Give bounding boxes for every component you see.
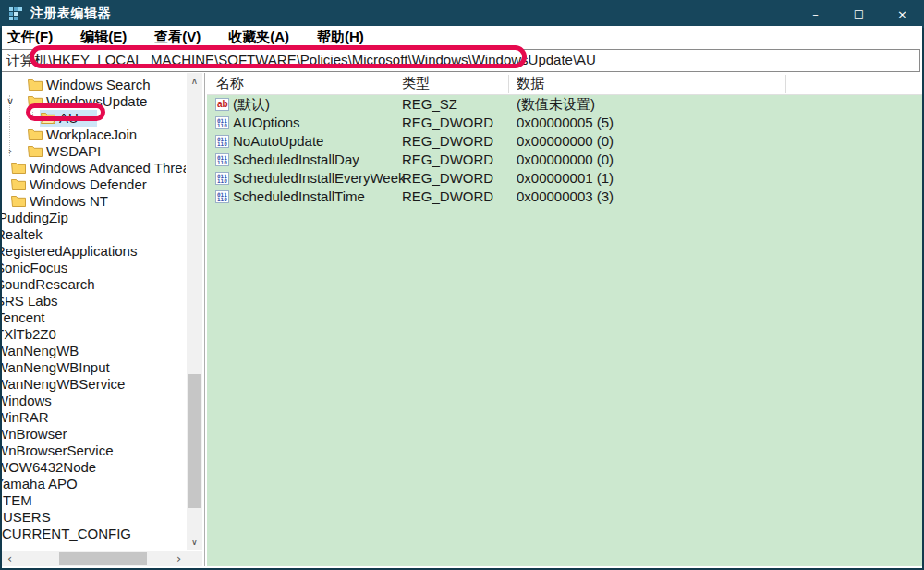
menu-edit[interactable]: 编辑(E) [80, 29, 127, 46]
tree-item-label: PuddingZip [2, 210, 68, 226]
folder-icon [28, 128, 43, 140]
tree-chevron-icon[interactable] [4, 127, 17, 143]
tree-item[interactable]: USERS [2, 509, 186, 526]
menu-favorites[interactable]: 收藏夹(A) [228, 29, 289, 46]
registry-value-row[interactable]: ScheduledInstallDay REG_DWORD 0x00000000… [207, 151, 922, 169]
registry-path-input[interactable] [2, 49, 920, 72]
maximize-button[interactable]: □ [837, 0, 881, 28]
minimize-button[interactable]: – [794, 0, 837, 28]
tree-chevron-icon[interactable] [4, 77, 17, 93]
tree-item[interactable]: Windows Advanced Threat Protection [2, 160, 186, 176]
folder-icon [28, 145, 43, 157]
value-type: REG_DWORD [402, 132, 493, 151]
scroll-up-icon[interactable]: ∧ [187, 73, 202, 89]
tree-item-label: WinRAR [2, 409, 49, 426]
tree-chevron-icon[interactable]: › [4, 143, 17, 160]
value-name: ScheduledInstallTime [233, 188, 365, 206]
tree-item[interactable]: SoundResearch [2, 276, 186, 293]
tree-item[interactable]: WanNengWB [2, 343, 186, 359]
registry-value-row[interactable]: AUOptions REG_DWORD 0x00000005 (5) [207, 114, 922, 132]
column-header-data[interactable]: 数据 [517, 73, 544, 95]
scroll-right-icon[interactable]: › [171, 551, 187, 566]
address-bar [2, 49, 922, 73]
tree-item[interactable]: WOW6432Node [2, 459, 186, 476]
tree-item-label: TEM [3, 492, 32, 509]
column-header-type[interactable]: 类型 [402, 73, 430, 95]
column-separator[interactable] [508, 75, 509, 93]
value-data: 0x00000001 (1) [517, 169, 614, 188]
tree-item-label: Realtek [2, 226, 43, 243]
value-type-icon [215, 116, 229, 129]
pane-splitter[interactable] [204, 73, 205, 566]
tree-item[interactable]: TXlTb2Z0 [2, 326, 186, 343]
value-data: (数值未设置) [517, 95, 595, 114]
value-data: 0x00000005 (5) [517, 114, 614, 132]
list-header: 名称 类型 数据 [207, 73, 922, 95]
tree-item[interactable]: Windows Search [2, 77, 186, 93]
tree-item-label: WanNengWBInput [2, 359, 110, 376]
tree-item-label: Windows Advanced Threat Protection [30, 160, 186, 176]
registry-value-row[interactable]: ScheduledInstallTime REG_DWORD 0x0000000… [207, 188, 922, 206]
scroll-left-icon[interactable]: ‹ [2, 551, 18, 566]
tree-item[interactable]: Realtek [2, 226, 186, 243]
registry-tree-pane: Windows Search ∨ WindowsUpdate [2, 73, 203, 566]
window-title: 注册表编辑器 [30, 6, 111, 22]
tree-item[interactable]: WnBrowserService [2, 443, 186, 459]
tree-item[interactable]: Windows Defender [2, 176, 186, 193]
registry-values-pane: 名称 类型 数据 (默认) REG_SZ (数值未设置) AUOptions [207, 73, 922, 566]
regedit-app-icon [9, 7, 23, 21]
registry-editor-window: 注册表编辑器 – □ × 文件(F) 编辑(E) 查看(V) 收藏夹(A) 帮助… [0, 0, 924, 570]
tree-item[interactable]: RegisteredApplications [2, 243, 186, 260]
menu-help[interactable]: 帮助(H) [317, 29, 364, 46]
tree-chevron-icon[interactable]: ∨ [4, 93, 17, 110]
tree-item[interactable]: Tencent [2, 309, 186, 326]
tree-item[interactable]: WnBrowser [2, 426, 186, 443]
tree-item[interactable]: CURRENT_CONFIG [2, 526, 186, 542]
folder-icon [11, 162, 26, 174]
tree-item[interactable]: SRS Labs [2, 293, 186, 309]
menu-file[interactable]: 文件(F) [7, 29, 53, 46]
horizontal-scroll-thumb[interactable] [59, 552, 147, 565]
tree-guide-line [32, 119, 40, 120]
column-separator[interactable] [395, 75, 395, 93]
tree-item[interactable]: WanNengWBService [2, 376, 186, 393]
tree-item[interactable]: WorkplaceJoin [2, 127, 186, 143]
tree-item[interactable]: AU [2, 110, 186, 127]
registry-value-row[interactable]: ScheduledInstallEveryWeek REG_DWORD 0x00… [207, 169, 922, 188]
tree-item[interactable]: TEM [2, 492, 186, 509]
title-bar: 注册表编辑器 – □ × [0, 0, 924, 28]
scroll-down-icon[interactable]: ∨ [187, 534, 202, 550]
tree-vertical-scrollbar[interactable]: ∧ ∨ [187, 73, 202, 550]
value-type: REG_SZ [402, 95, 457, 114]
tree-item[interactable]: WinRAR [2, 409, 186, 426]
tree-item-label: Windows Defender [30, 176, 147, 193]
registry-value-row[interactable]: (默认) REG_SZ (数值未设置) [207, 95, 922, 114]
tree-item[interactable]: PuddingZip [2, 210, 186, 226]
close-button[interactable]: × [881, 0, 924, 28]
tree-horizontal-scrollbar[interactable]: ‹ › [2, 551, 187, 566]
tree-item[interactable]: SonicFocus [2, 260, 186, 276]
tree-item[interactable]: ∨ WindowsUpdate [2, 93, 186, 110]
menu-view[interactable]: 查看(V) [154, 29, 201, 46]
value-name: ScheduledInstallEveryWeek [233, 169, 406, 188]
tree-item-label: Windows NT [30, 193, 108, 210]
value-type: REG_DWORD [402, 169, 493, 188]
registry-values-list: (默认) REG_SZ (数值未设置) AUOptions REG_DWORD … [207, 95, 922, 566]
tree-item-label: USERS [3, 509, 51, 526]
column-header-name[interactable]: 名称 [216, 73, 244, 95]
tree-chevron-icon[interactable] [17, 110, 30, 127]
tree-item[interactable]: Windows [2, 393, 186, 409]
scrollbar-corner [187, 551, 202, 566]
tree-item[interactable]: Yamaha APO [2, 476, 186, 492]
tree-item[interactable]: › WSDAPI [2, 143, 186, 160]
registry-value-row[interactable]: NoAutoUpdate REG_DWORD 0x00000000 (0) [207, 132, 922, 151]
vertical-scroll-thumb[interactable] [188, 374, 201, 508]
column-separator[interactable] [785, 75, 786, 93]
tree-item[interactable]: Windows NT [2, 193, 186, 210]
value-type: REG_DWORD [402, 114, 493, 132]
value-type-icon [215, 190, 229, 203]
folder-icon [11, 178, 26, 190]
tree-item[interactable]: WanNengWBInput [2, 359, 186, 376]
tree-item-label: SRS Labs [2, 293, 58, 309]
tree-item-label: WnBrowser [2, 426, 67, 443]
